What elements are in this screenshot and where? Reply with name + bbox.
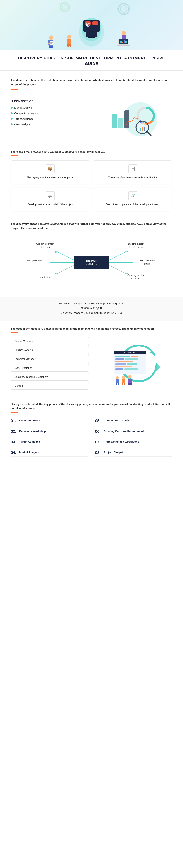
page-title: DISCOVERY PHASE IN SOFTWARE DEVELOPMENT:… [11,56,172,67]
step-item-3: 03. Target Audience [11,438,88,446]
step-info-1: Owner Interview [19,418,40,422]
svg-text:Idea testing: Idea testing [39,276,51,278]
bullet-dot [11,107,12,108]
svg-rect-106 [127,364,137,365]
team-item-2: Business Analyst [11,346,89,354]
reasons-grid: 📦 Packaging your idea into the marketpla… [11,160,172,211]
reason-label-4: Verify the competence of the development… [106,203,159,206]
reason-card-4: ✓ Verify the competence of the developme… [93,188,172,211]
svg-rect-45 [118,118,123,128]
step-item-8: 08. Project Blueprint [95,449,172,457]
step-title-3: Target Audience [19,440,40,443]
reasons-section: There are 4 main reasons why you need a … [0,146,183,218]
list-item: Competitor analysis [11,112,89,115]
reason-label-1: Packaging your idea into the marketplace [27,175,73,179]
svg-point-8 [49,35,53,40]
svg-point-33 [121,31,126,35]
svg-rect-6 [117,8,119,10]
svg-rect-107 [115,366,132,367]
svg-rect-5 [122,13,125,15]
reason-label-3: Develop a wireframe model of the project [27,203,73,206]
bullet-dot [11,118,12,120]
svg-rect-104 [115,361,133,362]
svg-rect-113 [118,383,119,385]
svg-rect-116 [122,383,123,385]
consists-left: IT CONSISTS OF: Market Analysis Competit… [11,100,89,126]
benefits-section: The discovery phase has several advantag… [0,218,183,297]
svg-rect-44 [112,114,117,128]
svg-rect-120 [128,383,130,385]
svg-rect-109 [124,368,138,370]
svg-rect-105 [115,364,126,365]
svg-rect-18 [50,43,52,43]
svg-rect-66 [49,194,51,196]
svg-rect-31 [67,44,69,46]
list-item: Cost Analysis [11,123,89,126]
reason-label-2: Create a software requirements specifica… [108,175,157,179]
intro-text: The discovery phase is the first phase o… [11,78,172,87]
step-info-5: Competitor Analysis [104,418,130,422]
team-item-4: UX/UI Designer [11,364,89,372]
svg-marker-80 [132,261,134,264]
team-item-1: Project Manager [11,337,89,345]
svg-text:01011: 01011 [86,26,90,28]
svg-text:Risk prevention: Risk prevention [27,259,43,262]
step-number-5: 05. [95,418,102,423]
step-info-2: Discovery Workshops [19,429,47,433]
svg-line-81 [56,265,74,274]
svg-text:Define business: Define business [139,259,155,262]
team-list: Project Manager Business Analyst Technic… [11,337,89,390]
svg-text:✓: ✓ [134,194,135,195]
svg-point-2 [60,3,69,12]
reason-icon-2 [128,164,137,173]
svg-text:App development: App development [36,243,54,245]
step-number-1: 01. [11,418,17,423]
svg-text:Building a team: Building a team [128,243,144,245]
reason-icon-4: ✓ [128,191,137,200]
svg-rect-101 [131,356,138,357]
step-item-1: 01. Owner Interview [11,417,88,425]
step-title-8: Project Blueprint [104,451,125,454]
svg-rect-4 [122,3,125,4]
team-intro: The cost of the discovery phase is influ… [11,327,172,331]
svg-rect-111 [116,379,119,383]
step-item-5: 05. Competitor Analysis [95,417,172,425]
svg-text:THE MAIN: THE MAIN [86,259,97,262]
svg-rect-108 [115,368,123,370]
svg-rect-16 [50,42,52,42]
svg-rect-17 [50,42,52,43]
svg-marker-76 [126,251,129,252]
step-title-6: Creating Software Requirements [104,430,145,433]
cost-range: $5,000 to $15,000 [11,307,172,310]
step-item-4: 04. Market Analysis [11,449,88,457]
reason-card-2: Create a software requirements specifica… [93,160,172,184]
svg-rect-23 [93,22,98,25]
svg-text:GANTT CHART: GANTT CHART [124,352,136,354]
svg-marker-82 [54,273,57,274]
consists-illustration [94,100,172,139]
svg-line-83 [109,265,127,274]
svg-point-114 [122,376,125,379]
hero-illustration: 10001 11010 01011 [0,0,183,50]
step-info-6: Creating Software Requirements [104,429,145,433]
svg-rect-100 [115,356,130,357]
svg-marker-74 [54,251,57,253]
steps-grid: 01. Owner Interview 05. Competitor Analy… [11,417,172,457]
svg-rect-27 [86,32,97,37]
svg-rect-102 [115,359,124,360]
svg-rect-14 [48,43,50,44]
reasons-intro: There are 4 main reasons why you need a … [11,150,172,154]
svg-text:BENEFITS: BENEFITS [86,262,98,265]
divider [11,89,18,90]
svg-rect-7 [128,8,130,10]
step-num-label-1: 01. [11,418,16,423]
intro-section: The discovery phase is the first phase o… [0,74,183,98]
svg-rect-103 [125,359,138,360]
svg-rect-28 [88,37,95,38]
bullet-dot [11,112,12,114]
step-info-4: Market Analysis [19,450,40,454]
reasons-divider [11,155,18,156]
svg-marker-122 [156,363,161,371]
step-item-7: 07. Prototyping and wireframes [95,438,172,446]
svg-rect-41 [124,40,125,43]
